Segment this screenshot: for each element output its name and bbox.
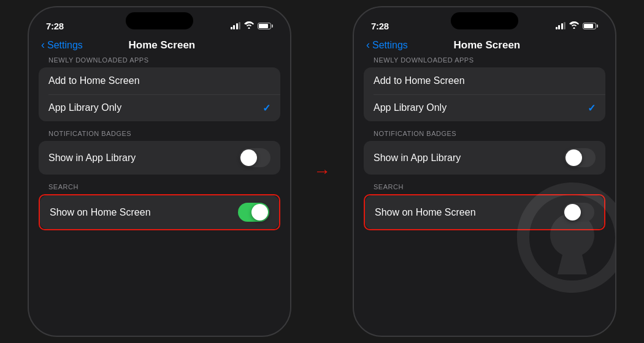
toggle-thumb-right	[565, 149, 582, 166]
row-label-app-library-right: App Library Only	[374, 102, 447, 113]
toggle-thumb-left	[251, 204, 268, 221]
back-chevron-icon-right: ‹	[366, 39, 370, 51]
battery-icon-right	[583, 23, 598, 29]
row-app-library-only-left[interactable]: App Library Only ✓	[39, 94, 280, 121]
toggle-show-home-screen-right[interactable]	[563, 203, 594, 222]
toggle-show-in-app-library-left[interactable]	[239, 148, 270, 167]
row-label-add-home-left: Add to Home Screen	[48, 75, 140, 86]
section-newly-downloaded-right: NEWLY DOWNLOADED APPS Add to Home Screen…	[364, 56, 605, 121]
back-chevron-icon: ‹	[41, 39, 45, 51]
wifi-icon	[244, 21, 254, 31]
page-title-left: Home Screen	[46, 39, 278, 51]
toggle-show-home-screen-left[interactable]	[238, 203, 269, 222]
section-label-notification-left: NOTIFICATION BADGES	[39, 130, 280, 137]
checkmark-icon-right: ✓	[588, 102, 596, 114]
settings-group-search-left: Show on Home Screen	[40, 195, 279, 229]
nav-bar-left: ‹ Settings Home Screen	[29, 37, 290, 56]
row-show-in-app-library-left[interactable]: Show in App Library	[39, 141, 280, 175]
section-label-notification-right: NOTIFICATION BADGES	[364, 130, 605, 137]
wifi-icon-right	[569, 21, 579, 31]
section-label-search-left: SEARCH	[39, 183, 280, 190]
phone-right: 7:28 ‹ Settings H	[353, 6, 616, 337]
status-bar-right: 7:28	[354, 7, 615, 37]
toggle-thumb-right-search	[564, 204, 581, 221]
checkmark-icon-left: ✓	[263, 102, 270, 114]
row-label-show-home-screen-left: Show on Home Screen	[50, 207, 151, 218]
row-label-show-home-screen-right: Show on Home Screen	[375, 207, 476, 218]
row-label-show-in-app-library-right: Show in App Library	[374, 153, 461, 164]
toggle-show-in-app-library-right[interactable]	[564, 148, 596, 167]
page-title-right: Home Screen	[371, 39, 603, 51]
section-notification-badges-left: NOTIFICATION BADGES Show in App Library	[39, 130, 280, 175]
row-add-home-left[interactable]: Add to Home Screen	[39, 67, 280, 94]
nav-bar-right: ‹ Settings Home Screen	[354, 37, 615, 56]
settings-group-notification-left: Show in App Library	[39, 141, 280, 175]
section-notification-badges-right: NOTIFICATION BADGES Show in App Library	[364, 130, 605, 175]
status-icons-left	[231, 21, 274, 31]
arrow-container: →	[304, 162, 340, 181]
row-label-app-library-left: App Library Only	[48, 102, 121, 113]
settings-group-newly-downloaded-left: Add to Home Screen App Library Only ✓	[39, 67, 280, 121]
highlight-box-right: Show on Home Screen	[364, 194, 605, 230]
phone-left: 7:28 ‹ Settings H	[28, 6, 291, 337]
status-icons-right	[556, 21, 599, 31]
section-label-newly-downloaded-right: NEWLY DOWNLOADED APPS	[364, 56, 605, 64]
screen-content-right: NEWLY DOWNLOADED APPS Add to Home Screen…	[354, 56, 615, 336]
settings-group-notification-right: Show in App Library	[364, 141, 605, 175]
section-search-right: SEARCH Show on Home Screen	[364, 183, 605, 230]
section-label-search-right: SEARCH	[364, 183, 605, 190]
settings-group-newly-downloaded-right: Add to Home Screen App Library Only ✓	[364, 67, 605, 121]
row-app-library-only-right[interactable]: App Library Only ✓	[364, 94, 605, 121]
row-label-show-in-app-library-left: Show in App Library	[48, 153, 136, 164]
section-newly-downloaded-left: NEWLY DOWNLOADED APPS Add to Home Screen…	[39, 56, 280, 121]
section-label-newly-downloaded-left: NEWLY DOWNLOADED APPS	[39, 56, 280, 64]
battery-icon	[258, 23, 273, 29]
signal-icon	[231, 22, 241, 29]
time-right: 7:28	[371, 21, 389, 31]
screen-content-left: NEWLY DOWNLOADED APPS Add to Home Screen…	[29, 56, 290, 336]
highlight-box-left: Show on Home Screen	[39, 194, 280, 230]
toggle-thumb	[240, 149, 257, 166]
row-add-home-right[interactable]: Add to Home Screen	[364, 67, 605, 94]
section-search-left: SEARCH Show on Home Screen	[39, 183, 280, 230]
direction-arrow: →	[313, 162, 331, 181]
row-show-home-screen-left[interactable]: Show on Home Screen	[40, 195, 279, 229]
time-left: 7:28	[46, 21, 64, 31]
row-show-in-app-library-right[interactable]: Show in App Library	[364, 141, 605, 175]
row-show-home-screen-right[interactable]: Show on Home Screen	[365, 195, 604, 229]
phones-container: 7:28 ‹ Settings H	[28, 6, 616, 337]
signal-icon-right	[556, 22, 566, 29]
settings-group-search-right: Show on Home Screen	[365, 195, 604, 229]
row-label-add-home-right: Add to Home Screen	[374, 75, 465, 86]
status-bar-left: 7:28	[29, 7, 290, 37]
